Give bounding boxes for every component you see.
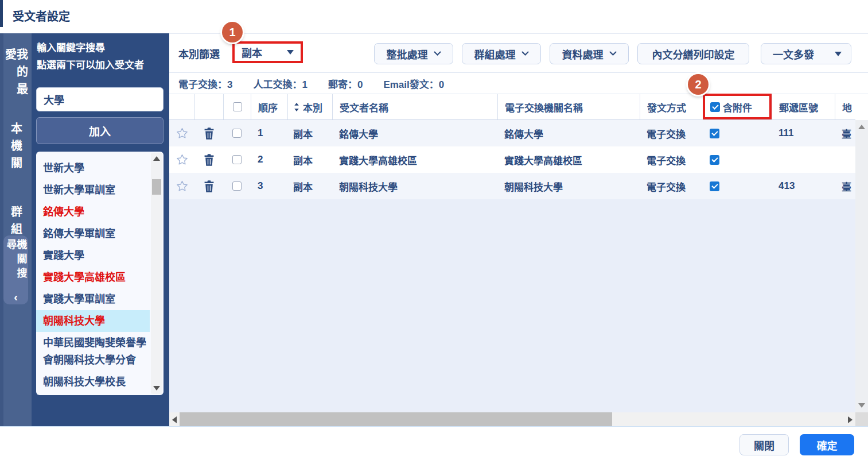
copy-type-cell: 副本 (287, 146, 332, 173)
dialog-footer: 關閉 確定 (0, 426, 868, 460)
button-label: 群組處理 (474, 47, 516, 61)
annotation-box-2 (703, 94, 772, 119)
close-button[interactable]: 關閉 (739, 434, 789, 455)
page-title: 受文者設定 (13, 0, 70, 33)
annotation-badge-2: 2 (688, 74, 709, 95)
scroll-down-icon[interactable] (858, 403, 865, 408)
recipient-name-cell: 實踐大學高雄校區 (332, 146, 497, 173)
list-scrollbar-thumb[interactable] (152, 179, 161, 195)
search-results-list: 世新大學世新大學軍訓室銘傳大學銘傳大學軍訓室實踐大學實踐大學高雄校區實踐大學軍訓… (36, 157, 164, 393)
sidebar-tabstrip: 我的最愛 本機關 群組 機關搜尋 ‹ (0, 33, 32, 426)
table-empty-area (169, 199, 855, 412)
favorite-cell[interactable] (169, 146, 194, 173)
multi-send-value: 一文多發 (773, 47, 814, 61)
header-send-method: 發文方式 (640, 94, 703, 119)
horizontal-scrollbar-thumb[interactable] (180, 412, 612, 427)
list-item[interactable]: 中華民國斐陶斐榮譽學會朝陽科技大學分會 (36, 332, 150, 371)
attachment-checkbox[interactable] (710, 155, 719, 165)
list-item[interactable]: 銘傳大學軍訓室 (36, 223, 150, 245)
data-process-button[interactable]: 資料處理 (550, 43, 629, 64)
list-scrollbar[interactable] (151, 153, 162, 394)
copy-type-filter-value: 副本 (242, 45, 262, 60)
order-cell: 1 (251, 120, 287, 146)
horizontal-scrollbar[interactable] (169, 412, 868, 427)
header-zip-code: 郵遞區號 (772, 94, 835, 119)
header-label: 本別 (303, 100, 322, 114)
copy-type-filter-select[interactable]: 副本 (235, 44, 301, 61)
exchange-org-name-cell: 朝陽科技大學 (497, 173, 640, 199)
chevron-down-icon (835, 52, 842, 56)
header-exchange-org-name: 電子交換機關名稱 (497, 94, 640, 119)
annotation-badge-1: 1 (222, 22, 243, 42)
list-item[interactable]: 世新大學 (36, 157, 150, 179)
address-cell: 臺 (835, 120, 855, 146)
confirm-button[interactable]: 確定 (800, 434, 854, 455)
scroll-right-icon (848, 416, 853, 423)
select-all-checkbox[interactable] (233, 102, 242, 111)
exchange-org-name-cell: 銘傳大學 (497, 120, 640, 146)
sidebar-item-label: 本機關 (10, 122, 22, 174)
list-item[interactable]: 朝陽科技大學 (36, 310, 150, 332)
attachment-cell (703, 120, 772, 146)
copy-type-filter-label: 本別篩選 (178, 46, 220, 61)
star-icon (176, 127, 189, 140)
send-method-cell: 電子交換 (640, 173, 703, 199)
keyword-search-input[interactable] (36, 87, 164, 111)
scroll-up-icon[interactable] (858, 125, 865, 129)
body-print-settings-button[interactable]: 內文分繕列印設定 (637, 43, 749, 64)
star-icon (176, 180, 189, 192)
attachment-checkbox[interactable] (710, 129, 719, 138)
delete-cell[interactable] (194, 120, 223, 146)
zip-cell: 413 (772, 173, 835, 199)
list-item[interactable]: 實踐大學高雄校區 (36, 266, 150, 288)
list-item[interactable]: 世新大學軍訓室 (36, 179, 150, 201)
chevron-down-icon (521, 51, 529, 56)
delete-cell[interactable] (194, 173, 223, 199)
list-item[interactable]: 實踐大學軍訓室 (36, 288, 150, 310)
table-body: 1副本銘傳大學銘傳大學電子交換111臺2副本實踐大學高雄校區實踐大學高雄校區電子… (169, 120, 855, 199)
recipient-settings-dialog: 受文者設定 我的最愛 本機關 群組 機關搜尋 ‹ 輸入關鍵字搜尋 點選兩下可以加… (0, 0, 868, 460)
scroll-right-button[interactable] (844, 412, 855, 427)
scroll-down-icon[interactable] (153, 386, 160, 391)
sidebar-item-favorites[interactable]: 我的最愛 (0, 48, 32, 116)
star-icon (176, 153, 189, 166)
header-delete-column (194, 94, 223, 119)
vertical-scrollbar[interactable] (855, 120, 868, 412)
header-label: 順序 (258, 100, 278, 114)
address-cell (835, 146, 855, 173)
multi-send-select[interactable]: 一文多發 (761, 43, 851, 64)
trash-icon (204, 154, 215, 166)
send-method-cell: 電子交換 (640, 146, 703, 173)
list-item[interactable]: 朝陽科技大學校長 (36, 371, 150, 393)
chevron-down-icon (609, 51, 617, 56)
sort-icon (294, 103, 299, 111)
favorite-cell[interactable] (169, 173, 194, 199)
row-checkbox[interactable] (232, 181, 242, 191)
list-item[interactable]: 銘傳大學 (36, 201, 150, 223)
delete-cell[interactable] (194, 146, 223, 173)
row-checkbox[interactable] (232, 155, 242, 164)
sidebar-item-label: 我的最愛 (5, 48, 28, 116)
zip-cell: 111 (772, 120, 835, 146)
sidebar-item-agency-search-active[interactable]: 機關搜尋 ‹ (3, 235, 28, 304)
background-edge (0, 0, 3, 27)
group-process-button[interactable]: 群組處理 (462, 43, 541, 64)
list-item[interactable]: 實踐大學 (36, 245, 150, 266)
scroll-up-icon[interactable] (153, 156, 160, 161)
address-cell: 臺 (835, 173, 855, 199)
main-area: 本別篩選 副本 1 整批處理 群組處理 資料處理 內文分繕列印設定 (169, 33, 868, 426)
attachment-checkbox[interactable] (710, 181, 719, 191)
table-row: 3副本朝陽科技大學朝陽科技大學電子交換413臺 (169, 173, 855, 199)
favorite-cell[interactable] (169, 120, 194, 146)
row-checkbox[interactable] (232, 129, 242, 138)
search-hint-line1: 輸入關鍵字搜尋 (37, 40, 105, 54)
table-row: 1副本銘傳大學銘傳大學電子交換111臺 (169, 120, 855, 146)
scroll-left-button[interactable] (169, 412, 180, 427)
scrollbar-corner (855, 412, 868, 427)
sidebar-item-own-agency[interactable]: 本機關 (0, 122, 32, 175)
recipient-name-cell: 銘傳大學 (332, 120, 497, 146)
header-copy-type[interactable]: 本別 (287, 94, 332, 119)
batch-process-button[interactable]: 整批處理 (374, 43, 453, 64)
add-recipient-button[interactable]: 加入 (36, 117, 164, 144)
chevron-down-icon (287, 50, 294, 55)
